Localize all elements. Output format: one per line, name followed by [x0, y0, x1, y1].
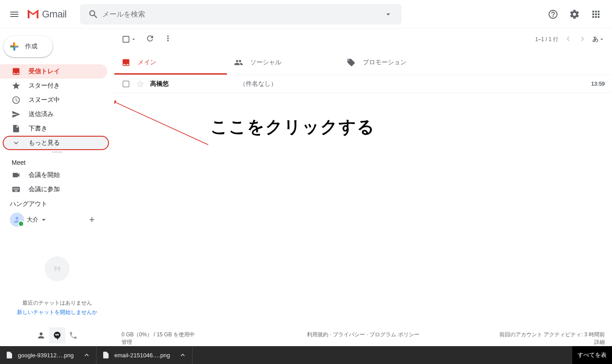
hangouts-user-row[interactable]: 大介 +	[0, 210, 114, 230]
help-button[interactable]	[544, 5, 562, 23]
sidebar-collapse-handle[interactable]	[0, 150, 114, 154]
search-icon[interactable]	[84, 5, 102, 23]
caret-down-icon	[130, 35, 137, 44]
checkbox-icon[interactable]	[122, 79, 130, 88]
nav-sent[interactable]: 送信済み	[0, 107, 107, 121]
quote-icon	[45, 256, 70, 281]
email-time: 13:59	[591, 81, 605, 87]
nav-more[interactable]: もっと見る	[3, 136, 109, 150]
category-tabs: メイン ソーシャル プロモーション	[114, 50, 612, 75]
draft-icon	[12, 124, 21, 133]
prev-page-button[interactable]	[564, 34, 573, 45]
nav-starred-label: スター付き	[29, 82, 60, 90]
header: Gmail	[0, 0, 612, 29]
send-icon	[12, 110, 21, 119]
person-icon	[37, 331, 46, 340]
hangouts-start-chat-link[interactable]: 新しいチャットを開始しませんか	[0, 309, 114, 316]
nav-starred[interactable]: スター付き	[0, 79, 107, 93]
new-hangout-button[interactable]: +	[89, 214, 105, 226]
storage-manage-link[interactable]: 管理	[122, 339, 283, 346]
help-icon	[548, 9, 558, 20]
search-options-button[interactable]	[379, 5, 397, 23]
hangouts-empty-line1: 最近のチャットはありません	[0, 299, 114, 307]
header-right	[544, 5, 608, 23]
svg-point-0	[54, 332, 61, 339]
gmail-logo-text: Gmail	[42, 8, 67, 20]
next-page-button[interactable]	[578, 34, 587, 45]
download-filename-2: email-2151046….png	[114, 352, 170, 359]
nav-snoozed[interactable]: スヌーズ中	[0, 93, 107, 107]
footer-policies[interactable]: 利用規約 · プライバシー · プログラム ポリシー	[283, 331, 444, 346]
meet-start[interactable]: 会議を開始	[0, 168, 107, 182]
hangouts-empty: 最近のチャットはありません 新しいチャットを開始しませんか	[0, 230, 114, 316]
checkbox-icon	[122, 35, 130, 44]
footer-phone[interactable]	[65, 327, 81, 343]
keyboard-icon	[12, 185, 21, 194]
download-item-1[interactable]: google-939112….png	[0, 346, 96, 364]
tab-primary-label: メイン	[138, 59, 156, 67]
show-all-downloads-button[interactable]: すべてを表	[572, 346, 612, 364]
image-file-icon	[5, 351, 13, 359]
image-file-icon	[102, 351, 110, 359]
pagination-text: 1–1 / 1 行	[535, 36, 558, 43]
sidebar-footer	[0, 325, 114, 346]
main-content: 1–1 / 1 行 あ メイン ソーシャル プロモーション 高橋悠	[114, 29, 612, 346]
nav-inbox-label: 受信トレイ	[29, 67, 60, 75]
nav-drafts[interactable]: 下書き	[0, 121, 107, 136]
nav-drafts-label: 下書き	[29, 125, 47, 133]
clock-icon	[12, 96, 21, 105]
settings-button[interactable]	[566, 5, 583, 23]
nav-snoozed-label: スヌーズ中	[29, 96, 60, 104]
select-all-checkbox[interactable]	[122, 35, 137, 44]
nav-more-label: もっと見る	[29, 139, 60, 147]
download-item-2[interactable]: email-2151046….png	[96, 346, 193, 364]
tab-promotions[interactable]: プロモーション	[340, 50, 452, 75]
chevron-up-icon[interactable]	[83, 351, 91, 359]
video-icon	[12, 171, 21, 180]
tab-social[interactable]: ソーシャル	[227, 50, 340, 75]
hamburger-icon	[9, 9, 20, 20]
search-input[interactable]	[102, 10, 379, 18]
caret-down-icon	[599, 36, 605, 42]
svg-line-1	[114, 102, 208, 145]
compose-button[interactable]: 作成	[4, 36, 53, 57]
toolbar: 1–1 / 1 行 あ	[114, 29, 612, 50]
footer-contacts[interactable]	[33, 327, 49, 343]
apps-grid-icon	[591, 9, 601, 20]
tab-primary[interactable]: メイン	[114, 50, 227, 75]
caret-down-icon	[384, 10, 393, 19]
star-icon	[12, 81, 21, 90]
chevron-up-icon[interactable]	[179, 351, 187, 359]
activity-details-link[interactable]: 詳細	[444, 339, 605, 346]
refresh-icon	[146, 34, 155, 43]
more-vert-icon	[163, 34, 172, 43]
meet-start-label: 会議を開始	[29, 171, 60, 179]
meet-join[interactable]: 会議に参加	[0, 182, 107, 197]
download-bar: google-939112….png email-2151046….png すべ…	[0, 346, 612, 364]
meet-list: 会議を開始 会議に参加	[0, 168, 114, 197]
nav-inbox[interactable]: 受信トレイ	[0, 64, 107, 79]
hangouts-username: 大介	[27, 216, 38, 224]
chevron-down-icon	[12, 138, 21, 147]
email-row[interactable]: 高橋悠 （件名なし） 13:59	[114, 75, 612, 93]
search-bar[interactable]	[80, 4, 402, 25]
email-sender: 高橋悠	[150, 80, 239, 88]
annotation-text: ここをクリックする	[210, 116, 375, 138]
refresh-button[interactable]	[146, 34, 155, 45]
email-subject: （件名なし）	[239, 80, 591, 88]
gmail-logo-icon	[27, 9, 39, 19]
input-language-button[interactable]: あ	[592, 35, 605, 43]
more-actions-button[interactable]	[163, 34, 172, 45]
star-outline-icon[interactable]	[136, 79, 145, 88]
tag-icon	[347, 58, 356, 67]
main-menu-button[interactable]	[4, 4, 25, 25]
download-filename-1: google-939112….png	[18, 352, 74, 359]
phone-icon	[69, 331, 78, 340]
meet-section-title: Meet	[0, 154, 114, 168]
nav-list: 受信トレイ スター付き スヌーズ中 送信済み 下書き もっと見る	[0, 64, 114, 150]
gmail-logo[interactable]: Gmail	[27, 8, 67, 20]
nav-sent-label: 送信済み	[29, 110, 54, 118]
meet-join-label: 会議に参加	[29, 185, 60, 193]
apps-button[interactable]	[587, 5, 605, 23]
footer-hangouts[interactable]	[49, 327, 65, 343]
